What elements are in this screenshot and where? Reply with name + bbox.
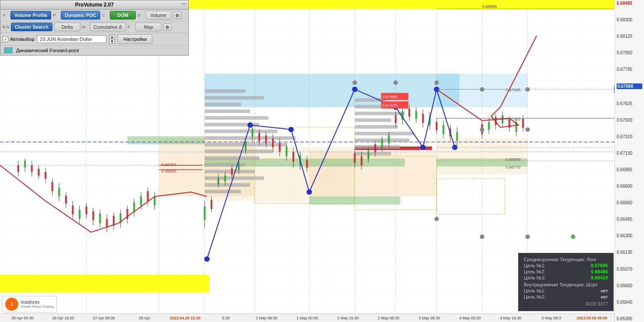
svg-rect-101 bbox=[204, 206, 206, 220]
svg-rect-153 bbox=[422, 114, 424, 123]
svg-point-190 bbox=[480, 235, 484, 239]
volume-profile-button[interactable]: Volume Profile bbox=[10, 11, 51, 20]
svg-rect-36 bbox=[205, 110, 250, 113]
map-button[interactable]: Map bbox=[135, 23, 161, 31]
target4-value: нет bbox=[601, 288, 608, 293]
svg-text:0.66880: 0.66880 bbox=[506, 157, 520, 162]
time-label-14: 2023.05.08 06:00 bbox=[572, 316, 612, 320]
settings-button[interactable]: Настройки bbox=[118, 34, 152, 44]
svg-rect-149 bbox=[408, 109, 410, 116]
svg-rect-135 bbox=[361, 156, 362, 166]
auto-select-checkbox[interactable]: ✓ bbox=[3, 37, 8, 42]
svg-rect-177 bbox=[522, 119, 524, 128]
svg-point-183 bbox=[420, 145, 426, 150]
price-level: 0.66965 bbox=[617, 167, 642, 172]
svg-text:0.66650: 0.66650 bbox=[161, 169, 176, 173]
time-label-8: 1 May 16:30 bbox=[328, 316, 368, 320]
intraday-trend-label: Внутридневная Тенденция: Шорт bbox=[524, 282, 598, 287]
date-selector[interactable]: 23 JUN Australian Dollar bbox=[37, 35, 106, 43]
dynamic-poc-button[interactable]: Dynamic POC bbox=[61, 11, 100, 20]
svg-rect-105 bbox=[217, 178, 219, 184]
svg-rect-45 bbox=[205, 170, 255, 173]
svg-rect-63 bbox=[31, 165, 33, 172]
svg-rect-56 bbox=[355, 145, 400, 149]
row1-label-d: D bbox=[138, 13, 144, 17]
svg-point-193 bbox=[480, 127, 484, 132]
price-level: 0.65305 bbox=[617, 316, 642, 321]
target1-label: Цель №1: bbox=[524, 263, 545, 268]
dom-button[interactable]: DOM bbox=[110, 11, 136, 20]
svg-rect-77 bbox=[79, 210, 80, 219]
delta-button[interactable]: Delta bbox=[54, 23, 80, 31]
svg-rect-145 bbox=[395, 115, 397, 123]
svg-rect-54 bbox=[355, 132, 414, 135]
price-level: 0.66300 bbox=[617, 233, 642, 238]
svg-rect-123 bbox=[279, 143, 280, 152]
svg-rect-71 bbox=[58, 188, 60, 197]
spinner-up[interactable]: ▲ bbox=[109, 35, 115, 40]
legend-row: Динамический Forward-point bbox=[0, 46, 188, 55]
svg-rect-139 bbox=[375, 144, 376, 152]
price-scale: 0.68485 0.68300 0.68125 0.67950 0.67795 … bbox=[614, 0, 644, 322]
svg-rect-137 bbox=[368, 151, 369, 159]
svg-rect-40 bbox=[205, 136, 296, 139]
price-level: 0.68300 bbox=[617, 17, 642, 22]
target5-label: Цель №2: bbox=[524, 294, 545, 299]
svg-rect-163 bbox=[456, 132, 458, 141]
svg-rect-113 bbox=[245, 142, 246, 150]
time-label-7: 1 May 00:30 bbox=[287, 316, 328, 320]
svg-rect-35 bbox=[205, 103, 241, 106]
svg-rect-95 bbox=[140, 196, 142, 206]
price-level: 0.67795 bbox=[617, 67, 642, 72]
volume-button[interactable]: Volume bbox=[145, 11, 171, 20]
price-level: 0.66465 bbox=[617, 217, 642, 222]
time-label-11: 4 May 00:30 bbox=[450, 316, 490, 320]
svg-text:0.66770: 0.66770 bbox=[506, 166, 520, 170]
close-button[interactable]: — bbox=[182, 1, 186, 6]
target2-label: Цель №2: bbox=[524, 269, 545, 274]
midterm-trend-label: Среднесрочная Тенденция: Лонг bbox=[524, 257, 597, 262]
svg-rect-69 bbox=[51, 182, 53, 191]
legend-label: Динамический Forward-point bbox=[16, 48, 79, 53]
svg-rect-117 bbox=[258, 133, 260, 141]
svg-rect-13 bbox=[0, 275, 209, 292]
row2-settings-button[interactable]: ⚙ bbox=[163, 23, 171, 31]
toolbar-row-1: V Volume Profile P Dynamic POC C DOM D V… bbox=[0, 10, 188, 21]
price-level: 0.66660 bbox=[617, 200, 642, 205]
spinner-down[interactable]: ▼ bbox=[109, 40, 115, 43]
logo-icon: i bbox=[5, 298, 18, 311]
svg-rect-79 bbox=[85, 206, 87, 214]
price-level: 0.66800 bbox=[617, 184, 642, 189]
cumulative-delta-button[interactable]: Cumulative Δ bbox=[90, 23, 126, 31]
instaforex-logo: i instaforex Instant Forex Trading bbox=[2, 296, 57, 312]
date-spinner[interactable]: ▲ ▼ bbox=[109, 35, 115, 44]
svg-point-180 bbox=[306, 189, 312, 195]
svg-rect-23 bbox=[127, 136, 204, 144]
logo-tagline: Instant Forex Trading bbox=[21, 305, 54, 309]
svg-rect-141 bbox=[381, 140, 383, 148]
price-level: 0.65970 bbox=[617, 267, 642, 272]
current-price-label: 0.67668 bbox=[617, 83, 642, 89]
svg-rect-37 bbox=[205, 116, 269, 120]
svg-point-181 bbox=[352, 86, 358, 92]
intraday-trend-title-row: Внутридневная Тенденция: Шорт bbox=[524, 282, 608, 287]
svg-point-195 bbox=[571, 235, 575, 239]
svg-rect-131 bbox=[306, 160, 308, 168]
svg-rect-73 bbox=[65, 196, 67, 203]
svg-rect-57 bbox=[355, 152, 391, 155]
cluster-search-button[interactable]: Cluster Search bbox=[11, 23, 53, 31]
target1-value: 0.67695 bbox=[591, 263, 608, 268]
svg-point-188 bbox=[394, 80, 398, 85]
row1-settings-button[interactable]: ⚙ bbox=[173, 12, 181, 19]
svg-rect-107 bbox=[224, 176, 226, 182]
trend-title-row: Среднесрочная Тенденция: Лонг bbox=[524, 257, 608, 262]
row2-label-f: F bbox=[128, 25, 134, 29]
svg-rect-119 bbox=[265, 135, 267, 143]
price-level: 0.68485 bbox=[617, 1, 642, 6]
row2-label-bn: B N bbox=[3, 25, 9, 29]
svg-point-194 bbox=[525, 127, 529, 132]
svg-rect-81 bbox=[92, 211, 94, 220]
price-level: 0.65640 bbox=[617, 300, 642, 305]
time-label-9: 2 May 08:30 bbox=[368, 316, 409, 320]
row1-label-p: P bbox=[53, 13, 59, 17]
